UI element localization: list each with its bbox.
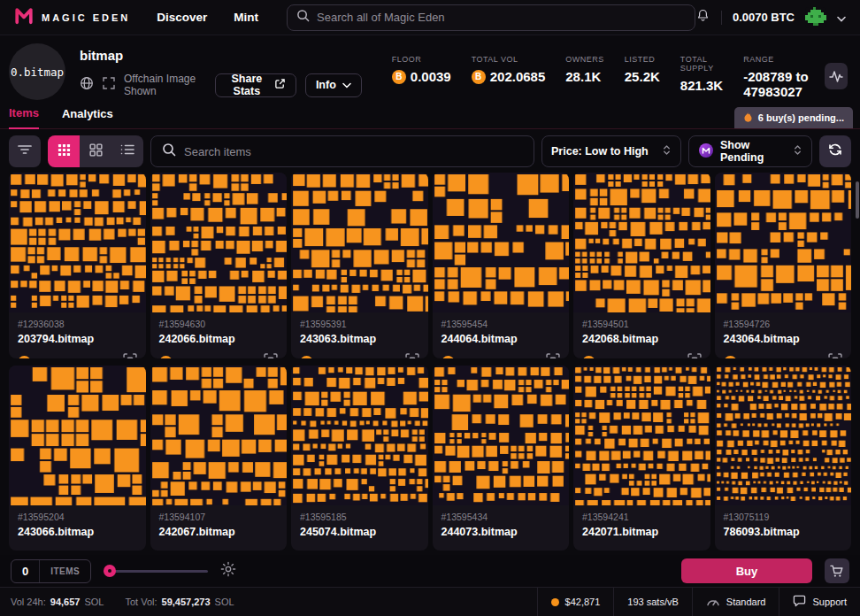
scan-icon[interactable] bbox=[828, 353, 842, 358]
nft-card[interactable]: #13594501 242068.bitmap B0.0039 bbox=[573, 173, 710, 358]
scan-icon[interactable] bbox=[123, 353, 137, 358]
info-dropdown[interactable]: Info bbox=[305, 73, 362, 97]
stat-listed-value: 25.2K bbox=[625, 69, 660, 84]
card-name: 243063.bitmap bbox=[300, 333, 419, 345]
dense-grid-icon bbox=[58, 143, 71, 160]
nft-card[interactable]: #13594726 243064.bitmap B0.0039 bbox=[715, 173, 852, 358]
card-price-row: B0.0039 bbox=[300, 353, 419, 358]
globe-icon[interactable] bbox=[80, 76, 94, 94]
slider-handle[interactable] bbox=[104, 565, 116, 577]
nft-image[interactable] bbox=[291, 366, 428, 505]
show-pending-select[interactable]: Show Pending bbox=[688, 135, 812, 167]
btc-price-indicator: $42,871 bbox=[537, 588, 614, 616]
gear-icon[interactable] bbox=[220, 561, 236, 581]
stat-total-vol-value: 202.0685 bbox=[490, 69, 546, 84]
info-label: Info bbox=[316, 79, 336, 91]
slider-track bbox=[104, 570, 208, 573]
nft-card[interactable]: #12936038 203794.bitmap B0.003899 bbox=[9, 173, 146, 358]
card-info: #13595391 243063.bitmap B0.0039 bbox=[291, 312, 428, 358]
nft-card[interactable]: #13595434 244073.bitmap B bbox=[433, 366, 570, 551]
filter-button[interactable] bbox=[9, 135, 41, 167]
nav-link-mint[interactable]: Mint bbox=[234, 11, 258, 24]
pending-buys-label: 6 buy(s) pending... bbox=[758, 112, 844, 123]
card-inscription-id: #13594241 bbox=[582, 512, 702, 522]
scrollbar-thumb[interactable] bbox=[856, 181, 859, 219]
share-stats-button[interactable]: Share Stats bbox=[215, 73, 296, 97]
tab-analytics[interactable]: Analytics bbox=[62, 107, 113, 128]
navbar-divider bbox=[721, 11, 722, 25]
card-inscription-id: #13594501 bbox=[582, 319, 702, 329]
items-search[interactable] bbox=[150, 135, 534, 167]
card-info: #12936038 203794.bitmap B0.003899 bbox=[9, 312, 146, 358]
tab-items[interactable]: Items bbox=[9, 106, 39, 129]
card-price-row: B0.0039 bbox=[442, 353, 561, 358]
footer-right: $42,871 193 sats/vB Standard Support bbox=[537, 588, 860, 616]
card-inscription-id: #13594630 bbox=[159, 319, 279, 329]
fee-preset-selector[interactable]: Standard bbox=[692, 588, 779, 616]
nav-link-discover[interactable]: Discover bbox=[157, 11, 207, 24]
nft-image[interactable] bbox=[150, 173, 288, 312]
nft-card[interactable]: #13594630 242066.bitmap B0.0039 bbox=[150, 173, 288, 358]
refresh-button[interactable] bbox=[819, 135, 851, 167]
card-price-row: B0.0039 bbox=[582, 353, 702, 358]
items-toolbar: Price: Low to High Show Pending bbox=[9, 135, 851, 167]
nft-image[interactable] bbox=[433, 366, 570, 505]
scan-icon[interactable] bbox=[405, 353, 419, 358]
support-button[interactable]: Support bbox=[779, 588, 860, 616]
stat-listed: LISTED 25.2K bbox=[625, 55, 660, 99]
nft-image[interactable] bbox=[9, 173, 146, 312]
nft-card[interactable]: #13075119 786093.bitmap B bbox=[715, 366, 852, 551]
card-inscription-id: #13595185 bbox=[300, 512, 419, 522]
share-stats-label: Share Stats bbox=[226, 73, 268, 97]
nft-card[interactable]: #13595185 245074.bitmap B bbox=[291, 366, 428, 551]
card-inscription-id: #13595391 bbox=[300, 319, 419, 329]
card-info: #13594107 242067.bitmap B bbox=[150, 505, 288, 551]
pending-buys-badge[interactable]: 6 buy(s) pending... bbox=[734, 107, 853, 128]
nft-card[interactable]: #13595391 243063.bitmap B0.0039 bbox=[291, 173, 428, 358]
select-chevrons-icon bbox=[662, 144, 672, 158]
global-search-input[interactable] bbox=[317, 11, 686, 24]
bell-icon[interactable] bbox=[695, 8, 710, 27]
view-list-button[interactable] bbox=[111, 135, 143, 167]
view-grid-button[interactable] bbox=[80, 135, 111, 167]
nft-image[interactable] bbox=[291, 173, 428, 312]
items-slider[interactable] bbox=[104, 565, 208, 577]
fee-rate-indicator[interactable]: 193 sats/vB bbox=[613, 588, 691, 616]
nft-image[interactable] bbox=[573, 173, 710, 312]
grid-icon bbox=[89, 143, 103, 160]
card-name: 242066.bitmap bbox=[159, 333, 279, 345]
stat-floor: FLOOR B0.0039 bbox=[392, 55, 451, 99]
card-inscription-id: #12936038 bbox=[18, 319, 137, 329]
nft-image[interactable] bbox=[150, 366, 288, 505]
buy-button[interactable]: Buy bbox=[681, 558, 812, 583]
cart-button[interactable] bbox=[825, 558, 849, 583]
nft-image[interactable] bbox=[573, 366, 710, 505]
magic-eden-logo[interactable]: MAGIC EDEN bbox=[14, 6, 130, 29]
scan-icon[interactable] bbox=[546, 353, 560, 358]
global-search[interactable] bbox=[287, 4, 695, 31]
items-count-box: 0 ITEMS bbox=[11, 559, 91, 583]
view-dense-grid-button[interactable] bbox=[48, 135, 80, 167]
fee-preset-value: Standard bbox=[726, 597, 766, 607]
user-avatar[interactable] bbox=[805, 7, 826, 28]
nft-image[interactable] bbox=[715, 173, 852, 312]
nft-card[interactable]: #13595454 244064.bitmap B0.0039 bbox=[433, 173, 570, 358]
nft-card[interactable]: #13594241 242071.bitmap B bbox=[573, 366, 710, 551]
card-name: 242068.bitmap bbox=[582, 333, 702, 345]
scan-icon[interactable] bbox=[687, 353, 702, 358]
bitcoin-icon: B bbox=[442, 356, 455, 358]
nft-image[interactable] bbox=[715, 366, 852, 505]
chevron-down-icon[interactable] bbox=[837, 10, 846, 26]
sort-select[interactable]: Price: Low to High bbox=[541, 135, 681, 167]
items-search-input[interactable] bbox=[184, 145, 523, 158]
nft-card[interactable]: #13595204 243066.bitmap B bbox=[9, 366, 146, 551]
nft-image[interactable] bbox=[9, 366, 146, 505]
bitcoin-icon: B bbox=[392, 70, 406, 84]
chevron-down-icon bbox=[342, 79, 351, 91]
nft-image[interactable] bbox=[433, 173, 570, 312]
scan-icon[interactable] bbox=[264, 353, 278, 358]
stat-range-value: -208789 to 47983027 bbox=[743, 69, 825, 99]
sweep-action-bar: 0 ITEMS Buy bbox=[0, 555, 860, 587]
nft-card[interactable]: #13594107 242067.bitmap B bbox=[150, 366, 288, 551]
activity-button[interactable] bbox=[825, 63, 848, 89]
